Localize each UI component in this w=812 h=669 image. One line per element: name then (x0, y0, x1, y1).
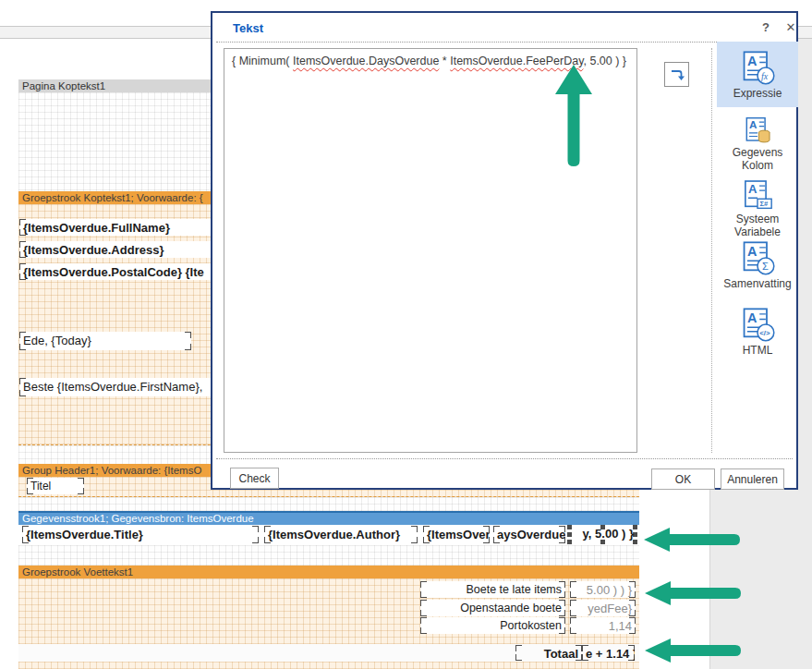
expression-prefix: { Minimum( (232, 55, 293, 67)
footer-value-open-fee[interactable]: yedFee} (570, 600, 636, 616)
band-header-data-band[interactable]: Gegevensstrook1; Gegevensbron: ItemsOver… (18, 511, 639, 525)
svg-text:</>: </> (759, 329, 770, 337)
band-header-group-footer[interactable]: Groepstrook Voettekst1 (18, 566, 639, 578)
sidebar-item-label: HTML (743, 345, 773, 358)
svg-text:Σ#: Σ# (760, 200, 770, 208)
content-type-sidebar: A fx Expressie A Gegevens Kolom (717, 42, 798, 453)
annotation-arrow-up (553, 63, 594, 172)
sidebar-item-html[interactable]: A </> HTML (717, 306, 798, 358)
sidebar-item-label: Expressie (733, 88, 782, 101)
data-column-icon: A (739, 116, 776, 145)
curved-down-arrow-icon (669, 67, 685, 83)
field-titel[interactable]: Titel (27, 478, 84, 494)
field-date-line[interactable]: Ede, {Today} (19, 332, 191, 350)
field-fee-expression-selected[interactable]: y, 5.00 ) } (567, 525, 637, 544)
divider (216, 42, 793, 43)
check-button[interactable]: Check (230, 468, 279, 489)
sidebar-item-samenvatting[interactable]: A Σ Samenvatting (717, 239, 798, 291)
svg-text:A: A (747, 310, 757, 325)
band-gap (18, 497, 639, 511)
dialog-title: Tekst (233, 21, 263, 35)
sidebar-item-label: Systeem Variabele (717, 213, 798, 239)
footer-label-postage[interactable]: Portokosten (420, 617, 565, 634)
report-designer-window: Pagina Koptekst1 Groepstrook Koptekst1; … (0, 0, 812, 669)
footer-label-late-items[interactable]: Boete te late items (420, 581, 565, 598)
annotation-arrow-left-1 (642, 526, 745, 553)
divider (216, 458, 793, 459)
insert-linebreak-button[interactable] (664, 62, 689, 87)
html-icon: A </> (739, 306, 776, 343)
divider (711, 48, 712, 453)
ok-button[interactable]: OK (651, 468, 715, 490)
help-icon[interactable]: ? (757, 20, 774, 34)
group-footer-band-area-bottom (18, 662, 639, 669)
field-item-title[interactable]: {ItemsOverdue.Title} (22, 526, 259, 543)
cancel-button[interactable]: Annuleren (721, 468, 784, 490)
annotation-arrow-left-3 (643, 637, 746, 664)
sidebar-item-expressie[interactable]: A fx Expressie (717, 42, 798, 107)
expression-operand1: ItemsOverdue.DaysOverdue (293, 55, 439, 67)
svg-text:A: A (747, 244, 757, 259)
sidebar-item-label: Gegevens Kolom (717, 147, 798, 173)
field-item-author[interactable]: {ItemsOverdue.Author} (264, 526, 418, 543)
svg-text:Σ: Σ (762, 261, 769, 272)
expression-operator: * (439, 55, 450, 67)
close-icon[interactable]: ✕ (782, 20, 799, 34)
svg-text:A: A (747, 54, 757, 68)
svg-text:A: A (748, 182, 757, 196)
footer-value-late-items[interactable]: 5.00 ) ) } (570, 581, 636, 598)
svg-text:A: A (749, 118, 757, 130)
summary-icon: A Σ (739, 239, 776, 276)
footer-total-value[interactable]: e + 1.14 } (582, 645, 635, 661)
footer-total-label[interactable]: Totaal (515, 645, 582, 661)
system-variable-icon: A Σ# (739, 178, 776, 212)
field-clipped-1[interactable]: {ItemsOverd (423, 526, 490, 543)
field-clipped-2[interactable]: aysOverdue} (493, 526, 565, 543)
tekst-dialog: Tekst ? ✕ { Minimum( ItemsOverdue.DaysOv… (211, 11, 798, 490)
svg-text:fx: fx (761, 71, 769, 81)
expression-icon: A fx (739, 49, 776, 86)
sidebar-item-label: Samenvatting (723, 278, 791, 291)
sidebar-item-systeem-variabele[interactable]: A Σ# Systeem Variabele (717, 178, 798, 239)
band-gap (18, 545, 639, 566)
footer-label-open-fee[interactable]: Openstaande boete (420, 600, 565, 616)
footer-value-postage[interactable]: 1,14 (570, 617, 636, 634)
annotation-arrow-left-2 (643, 579, 746, 607)
sidebar-item-gegevens-kolom[interactable]: A Gegevens Kolom (717, 116, 798, 173)
